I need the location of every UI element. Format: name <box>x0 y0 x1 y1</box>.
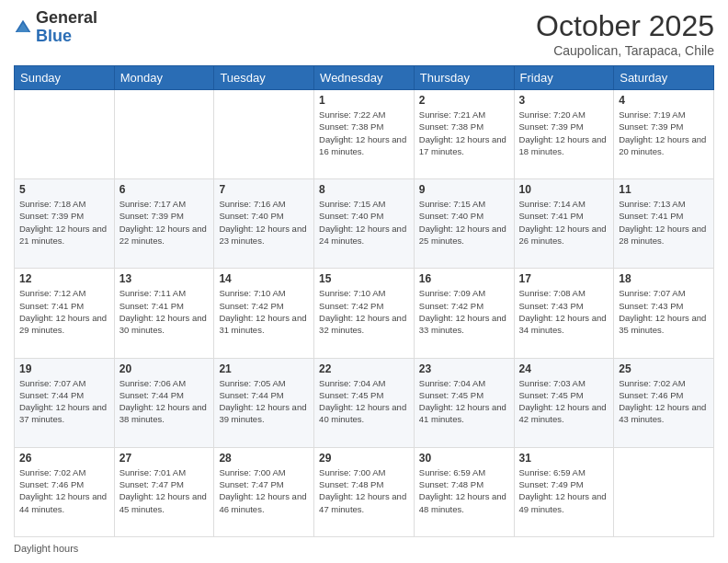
calendar-week-row: 1Sunrise: 7:22 AM Sunset: 7:38 PM Daylig… <box>15 90 714 179</box>
calendar-cell: 8Sunrise: 7:15 AM Sunset: 7:40 PM Daylig… <box>314 179 415 269</box>
calendar-table: SundayMondayTuesdayWednesdayThursdayFrid… <box>14 65 714 537</box>
calendar-cell: 17Sunrise: 7:08 AM Sunset: 7:43 PM Dayli… <box>514 269 614 358</box>
calendar-cell: 12Sunrise: 7:12 AM Sunset: 7:41 PM Dayli… <box>15 269 115 358</box>
day-info: Sunrise: 7:04 AM Sunset: 7:45 PM Dayligh… <box>319 377 409 426</box>
day-info: Sunrise: 7:14 AM Sunset: 7:41 PM Dayligh… <box>519 198 609 247</box>
day-number: 16 <box>419 272 509 285</box>
calendar-week-row: 19Sunrise: 7:07 AM Sunset: 7:44 PM Dayli… <box>15 358 714 447</box>
calendar-cell: 25Sunrise: 7:02 AM Sunset: 7:46 PM Dayli… <box>614 358 714 447</box>
day-info: Sunrise: 7:19 AM Sunset: 7:39 PM Dayligh… <box>619 109 709 157</box>
day-number: 17 <box>519 272 609 285</box>
day-number: 5 <box>19 183 109 196</box>
calendar-cell <box>114 90 214 179</box>
calendar-cell: 14Sunrise: 7:10 AM Sunset: 7:42 PM Dayli… <box>214 269 314 358</box>
day-number: 3 <box>519 94 609 107</box>
day-info: Sunrise: 7:11 AM Sunset: 7:41 PM Dayligh… <box>119 287 210 336</box>
day-number: 24 <box>519 362 609 375</box>
day-info: Sunrise: 7:21 AM Sunset: 7:38 PM Dayligh… <box>419 109 509 157</box>
day-number: 1 <box>319 94 409 107</box>
day-info: Sunrise: 7:22 AM Sunset: 7:38 PM Dayligh… <box>319 109 409 157</box>
calendar-cell: 16Sunrise: 7:09 AM Sunset: 7:42 PM Dayli… <box>414 269 514 358</box>
calendar-cell: 24Sunrise: 7:03 AM Sunset: 7:45 PM Dayli… <box>514 358 614 447</box>
day-info: Sunrise: 7:10 AM Sunset: 7:42 PM Dayligh… <box>219 287 309 336</box>
calendar-cell: 11Sunrise: 7:13 AM Sunset: 7:41 PM Dayli… <box>614 179 714 269</box>
day-number: 19 <box>19 362 109 375</box>
day-number: 25 <box>619 362 709 375</box>
month-title: October 2025 <box>536 9 714 43</box>
calendar-header-row: SundayMondayTuesdayWednesdayThursdayFrid… <box>15 66 714 90</box>
day-info: Sunrise: 7:15 AM Sunset: 7:40 PM Dayligh… <box>419 198 509 247</box>
calendar-cell <box>214 90 314 179</box>
calendar-cell: 7Sunrise: 7:16 AM Sunset: 7:40 PM Daylig… <box>214 179 314 269</box>
logo-blue-text: Blue <box>36 28 97 46</box>
day-info: Sunrise: 6:59 AM Sunset: 7:49 PM Dayligh… <box>519 466 609 515</box>
day-info: Sunrise: 7:16 AM Sunset: 7:40 PM Dayligh… <box>219 198 309 247</box>
day-info: Sunrise: 7:00 AM Sunset: 7:47 PM Dayligh… <box>219 466 309 515</box>
calendar-cell <box>15 90 115 179</box>
calendar-header-tuesday: Tuesday <box>214 66 314 90</box>
day-info: Sunrise: 7:00 AM Sunset: 7:48 PM Dayligh… <box>319 466 409 515</box>
calendar-cell: 2Sunrise: 7:21 AM Sunset: 7:38 PM Daylig… <box>414 90 514 179</box>
logo: General Blue <box>14 9 97 46</box>
day-info: Sunrise: 7:03 AM Sunset: 7:45 PM Dayligh… <box>519 377 609 426</box>
day-info: Sunrise: 7:07 AM Sunset: 7:44 PM Dayligh… <box>19 377 109 426</box>
day-number: 21 <box>219 362 309 375</box>
day-number: 26 <box>19 452 109 465</box>
calendar-cell: 21Sunrise: 7:05 AM Sunset: 7:44 PM Dayli… <box>214 358 314 447</box>
day-info: Sunrise: 7:20 AM Sunset: 7:39 PM Dayligh… <box>519 109 609 157</box>
calendar-cell: 15Sunrise: 7:10 AM Sunset: 7:42 PM Dayli… <box>314 269 415 358</box>
day-info: Sunrise: 7:17 AM Sunset: 7:39 PM Dayligh… <box>119 198 210 247</box>
day-number: 20 <box>119 362 210 375</box>
calendar-cell: 9Sunrise: 7:15 AM Sunset: 7:40 PM Daylig… <box>414 179 514 269</box>
day-number: 15 <box>319 272 409 285</box>
day-number: 9 <box>419 183 509 196</box>
day-info: Sunrise: 6:59 AM Sunset: 7:48 PM Dayligh… <box>419 466 509 515</box>
logo-text: General Blue <box>36 9 97 46</box>
calendar-week-row: 5Sunrise: 7:18 AM Sunset: 7:39 PM Daylig… <box>15 179 714 269</box>
day-info: Sunrise: 7:05 AM Sunset: 7:44 PM Dayligh… <box>219 377 309 426</box>
day-info: Sunrise: 7:12 AM Sunset: 7:41 PM Dayligh… <box>19 287 109 336</box>
calendar-cell: 29Sunrise: 7:00 AM Sunset: 7:48 PM Dayli… <box>314 447 415 536</box>
day-info: Sunrise: 7:15 AM Sunset: 7:40 PM Dayligh… <box>319 198 409 247</box>
calendar-cell: 3Sunrise: 7:20 AM Sunset: 7:39 PM Daylig… <box>514 90 614 179</box>
calendar-header-monday: Monday <box>114 66 214 90</box>
calendar-cell: 23Sunrise: 7:04 AM Sunset: 7:45 PM Dayli… <box>414 358 514 447</box>
day-number: 2 <box>419 94 509 107</box>
calendar-cell: 31Sunrise: 6:59 AM Sunset: 7:49 PM Dayli… <box>514 447 614 536</box>
calendar-cell: 19Sunrise: 7:07 AM Sunset: 7:44 PM Dayli… <box>15 358 115 447</box>
calendar-week-row: 12Sunrise: 7:12 AM Sunset: 7:41 PM Dayli… <box>15 269 714 358</box>
calendar-cell: 18Sunrise: 7:07 AM Sunset: 7:43 PM Dayli… <box>614 269 714 358</box>
calendar-cell: 6Sunrise: 7:17 AM Sunset: 7:39 PM Daylig… <box>114 179 214 269</box>
header: General Blue October 2025 Caupolican, Ta… <box>14 9 714 58</box>
calendar-cell: 1Sunrise: 7:22 AM Sunset: 7:38 PM Daylig… <box>314 90 415 179</box>
calendar-header-friday: Friday <box>514 66 614 90</box>
day-number: 6 <box>119 183 210 196</box>
day-number: 18 <box>619 272 709 285</box>
daylight-label: Daylight hours <box>14 543 78 554</box>
location: Caupolican, Tarapaca, Chile <box>536 43 714 58</box>
day-info: Sunrise: 7:08 AM Sunset: 7:43 PM Dayligh… <box>519 287 609 336</box>
calendar-week-row: 26Sunrise: 7:02 AM Sunset: 7:46 PM Dayli… <box>15 447 714 536</box>
calendar-cell: 5Sunrise: 7:18 AM Sunset: 7:39 PM Daylig… <box>15 179 115 269</box>
page: General Blue October 2025 Caupolican, Ta… <box>0 0 728 563</box>
logo-icon <box>14 18 32 37</box>
day-number: 11 <box>619 183 709 196</box>
day-number: 27 <box>119 452 210 465</box>
day-info: Sunrise: 7:01 AM Sunset: 7:47 PM Dayligh… <box>119 466 210 515</box>
day-number: 14 <box>219 272 309 285</box>
day-info: Sunrise: 7:07 AM Sunset: 7:43 PM Dayligh… <box>619 287 709 336</box>
day-info: Sunrise: 7:02 AM Sunset: 7:46 PM Dayligh… <box>619 377 709 426</box>
calendar-cell: 28Sunrise: 7:00 AM Sunset: 7:47 PM Dayli… <box>214 447 314 536</box>
day-info: Sunrise: 7:02 AM Sunset: 7:46 PM Dayligh… <box>19 466 109 515</box>
calendar-cell: 10Sunrise: 7:14 AM Sunset: 7:41 PM Dayli… <box>514 179 614 269</box>
calendar-header-sunday: Sunday <box>15 66 115 90</box>
calendar-header-saturday: Saturday <box>614 66 714 90</box>
day-number: 22 <box>319 362 409 375</box>
calendar-cell: 30Sunrise: 6:59 AM Sunset: 7:48 PM Dayli… <box>414 447 514 536</box>
day-number: 23 <box>419 362 509 375</box>
calendar-header-wednesday: Wednesday <box>314 66 415 90</box>
calendar-cell: 13Sunrise: 7:11 AM Sunset: 7:41 PM Dayli… <box>114 269 214 358</box>
day-number: 7 <box>219 183 309 196</box>
calendar-cell: 20Sunrise: 7:06 AM Sunset: 7:44 PM Dayli… <box>114 358 214 447</box>
day-number: 10 <box>519 183 609 196</box>
